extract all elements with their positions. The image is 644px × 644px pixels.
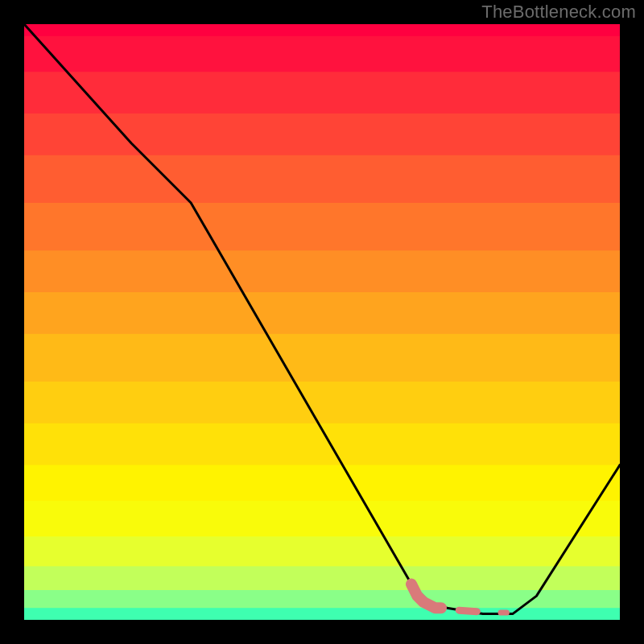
gradient-band [24, 24, 620, 37]
gradient-band [24, 72, 620, 114]
chart-svg [24, 24, 620, 620]
gradient-band [24, 114, 620, 156]
gradient-band [24, 334, 620, 382]
gradient-band [24, 250, 620, 293]
gradient-band [24, 292, 620, 335]
plot-frame [24, 24, 620, 620]
gradient-band [24, 566, 620, 591]
gradient-band [24, 203, 620, 251]
gradient-band [24, 608, 620, 620]
series-highlight-dot-1 [459, 610, 477, 611]
gradient-band [24, 501, 620, 537]
gradient-background [24, 24, 620, 620]
gradient-band [24, 155, 620, 204]
gradient-band [24, 36, 620, 72]
gradient-band [24, 382, 620, 424]
gradient-band [24, 465, 620, 502]
watermark-text: TheBottleneck.com [481, 2, 636, 23]
gradient-band [24, 536, 620, 567]
